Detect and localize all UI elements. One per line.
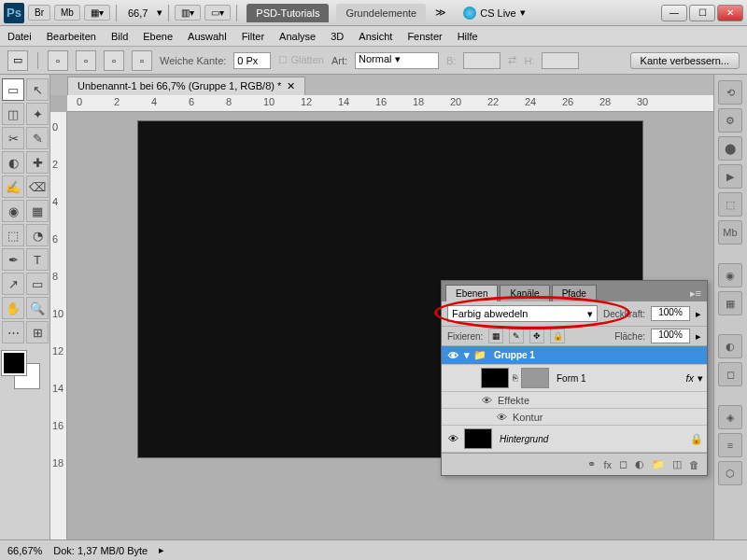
selection-subtract-icon[interactable]: ▫: [104, 50, 124, 71]
chevron-down-icon[interactable]: ▾: [464, 349, 470, 361]
blur-tool[interactable]: ⬚: [2, 224, 24, 246]
lock-all-icon[interactable]: 🔒: [550, 329, 565, 343]
arrange-button[interactable]: ▥▾: [175, 5, 201, 21]
3d-camera-tool[interactable]: ⊞: [26, 321, 49, 343]
workspace-tab-tutorials[interactable]: PSD-Tutorials: [247, 4, 329, 22]
crop-tool[interactable]: ✂: [2, 127, 24, 149]
heal-tool[interactable]: ◐: [2, 151, 24, 174]
minibridge-button[interactable]: Mb: [54, 5, 80, 21]
masks-panel-icon[interactable]: ◻: [718, 362, 742, 386]
menu-filter[interactable]: Filter: [242, 31, 264, 42]
new-layer-icon[interactable]: ◫: [672, 458, 682, 470]
view-extras-button[interactable]: ▦▾: [84, 5, 110, 21]
layer-effects[interactable]: 👁 Effekte: [442, 392, 707, 409]
menu-fenster[interactable]: Fenster: [407, 31, 442, 42]
delete-layer-icon[interactable]: 🗑: [689, 459, 699, 470]
menu-bild[interactable]: Bild: [111, 31, 128, 42]
menu-analyse[interactable]: Analyse: [279, 31, 316, 42]
layer-thumbnail[interactable]: [464, 428, 492, 449]
channels-panel-icon[interactable]: ≡: [718, 433, 742, 457]
more-workspaces-icon[interactable]: ≫: [430, 7, 452, 19]
opacity-input[interactable]: 100%: [651, 306, 690, 321]
layer-item[interactable]: ⎘ Form 1 fx ▾: [442, 365, 707, 392]
tab-pfade[interactable]: Pfade: [552, 285, 597, 301]
3d-tool[interactable]: ⋯: [2, 321, 24, 343]
menu-ebene[interactable]: Ebene: [143, 31, 173, 42]
fx-badge[interactable]: fx: [685, 372, 694, 384]
gradient-tool[interactable]: ▦: [26, 200, 49, 222]
document-tab[interactable]: Unbenannt-1 bei 66,7% (Gruppe 1, RGB/8) …: [67, 77, 305, 95]
close-tab-icon[interactable]: ✕: [287, 80, 295, 92]
swatches-panel-icon[interactable]: ▦: [718, 291, 742, 315]
clone-panel-icon[interactable]: ▶: [718, 164, 742, 189]
status-zoom[interactable]: 66,67%: [7, 545, 42, 556]
panel-menu-icon[interactable]: ▸≡: [684, 286, 707, 301]
vector-mask-thumbnail[interactable]: [521, 368, 549, 388]
selection-new-icon[interactable]: ▫: [48, 50, 68, 71]
path-select-tool[interactable]: ↗: [2, 273, 24, 295]
move-tool[interactable]: ↖: [26, 78, 49, 101]
layer-thumbnail[interactable]: [481, 368, 509, 388]
eyedropper-tool[interactable]: ✎: [26, 127, 49, 149]
zoom-level[interactable]: 66,7: [122, 7, 153, 19]
screenmode-button[interactable]: ▭▾: [204, 5, 231, 21]
visibility-icon[interactable]: 👁: [479, 395, 494, 406]
history-panel-icon[interactable]: ⟲: [718, 80, 742, 105]
color-swatches[interactable]: [2, 351, 39, 388]
lasso-tool[interactable]: ◫: [2, 103, 24, 125]
menu-datei[interactable]: Datei: [7, 31, 32, 42]
tab-kanaele[interactable]: Kanäle: [500, 285, 549, 301]
style-select[interactable]: Normal ▾: [355, 52, 439, 69]
close-button[interactable]: ✕: [717, 5, 743, 21]
adjustment-layer-icon[interactable]: ◐: [635, 458, 644, 470]
chevron-down-icon[interactable]: ▾: [698, 372, 703, 385]
menu-auswahl[interactable]: Auswahl: [188, 31, 227, 42]
lock-position-icon[interactable]: ✥: [529, 329, 544, 343]
status-doc-info[interactable]: Dok: 1,37 MB/0 Byte: [53, 545, 148, 556]
blend-mode-select[interactable]: Farbig abwedeln▾: [447, 305, 598, 322]
stamp-tool[interactable]: ✍: [2, 175, 24, 198]
visibility-icon[interactable]: 👁: [494, 412, 509, 423]
color-panel-icon[interactable]: ◉: [718, 263, 742, 287]
lock-pixels-icon[interactable]: ✎: [509, 329, 524, 343]
adjustments-panel-icon[interactable]: ◐: [718, 334, 742, 358]
paths-panel-icon[interactable]: ⬡: [718, 461, 742, 485]
menu-3d[interactable]: 3D: [331, 31, 344, 42]
layers-panel-icon[interactable]: ◈: [718, 405, 742, 429]
visibility-icon[interactable]: 👁: [445, 350, 460, 361]
layer-group[interactable]: 👁 ▾ 📁 Gruppe 1: [442, 346, 707, 365]
shape-tool[interactable]: ▭: [26, 273, 49, 295]
selection-intersect-icon[interactable]: ▫: [132, 50, 152, 71]
selection-add-icon[interactable]: ▫: [76, 50, 96, 71]
dodge-tool[interactable]: ◔: [26, 224, 49, 246]
minimize-button[interactable]: —: [661, 5, 687, 21]
type-tool[interactable]: T: [26, 248, 49, 271]
hand-tool[interactable]: ✋: [2, 297, 24, 319]
feather-input[interactable]: [233, 52, 271, 69]
zoom-tool[interactable]: 🔍: [26, 297, 49, 319]
marquee-tool[interactable]: ▭: [2, 78, 24, 101]
cslive-button[interactable]: CS Live▾: [463, 7, 526, 20]
visibility-icon[interactable]: 👁: [445, 433, 460, 444]
menu-hilfe[interactable]: Hilfe: [458, 31, 478, 42]
link-layers-icon[interactable]: ⚭: [587, 458, 596, 470]
layer-background[interactable]: 👁 Hintergrund 🔒: [442, 426, 707, 453]
lock-transparency-icon[interactable]: ▦: [488, 329, 503, 343]
actions-panel-icon[interactable]: ⚙: [718, 108, 742, 133]
refine-edge-button[interactable]: Kante verbessern...: [630, 52, 740, 69]
layer-mask-icon[interactable]: ◻: [619, 458, 627, 470]
menu-bearbeiten[interactable]: Bearbeiten: [47, 31, 96, 42]
foreground-color-swatch[interactable]: [2, 351, 26, 375]
styles-panel-icon[interactable]: ⬚: [718, 192, 742, 217]
new-group-icon[interactable]: 📁: [652, 458, 665, 470]
wand-tool[interactable]: ✦: [26, 103, 49, 125]
pen-tool[interactable]: ✒: [2, 248, 24, 271]
history-brush-tool[interactable]: ⌫: [26, 175, 49, 198]
menu-ansicht[interactable]: Ansicht: [359, 31, 392, 42]
brush-panel-icon[interactable]: ⬤: [718, 136, 742, 161]
layer-effect-stroke[interactable]: 👁 Kontur: [442, 409, 707, 426]
brush-tool[interactable]: ✚: [26, 151, 49, 174]
workspace-tab-grundelemente[interactable]: Grundelemente: [336, 4, 426, 22]
minibridge-panel-icon[interactable]: Mb: [718, 220, 742, 245]
tab-ebenen[interactable]: Ebenen: [445, 285, 498, 301]
